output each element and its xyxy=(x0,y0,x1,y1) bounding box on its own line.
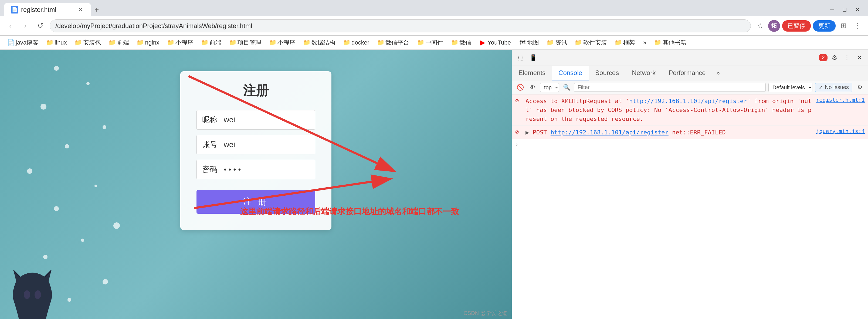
bookmarks-bar: 📄 java博客 📁 linux 📁 安装包 📁 前端 📁 nginx 📁 小程… xyxy=(0,36,868,50)
bookmark-star-icon[interactable]: ☆ xyxy=(754,20,766,32)
devtools-toolbar: ⬚ 📱 2 ⚙ ⋮ ✕ xyxy=(512,50,868,66)
bookmark-item-miniprogram[interactable]: 📁 小程序 xyxy=(164,37,196,48)
devtools-tabs: Elements Console Sources Network Perform… xyxy=(512,66,868,81)
bookmark-item-framework[interactable]: 📁 框架 xyxy=(612,37,638,48)
bookmark-item-frontend2[interactable]: 📁 前端 xyxy=(198,37,224,48)
browser-topbar: 📄 register.html ✕ + ─ □ ✕ xyxy=(0,0,868,16)
account-field[interactable]: 账号 wei xyxy=(196,135,315,154)
console-message-2: ⊘ ▶ POST http://192.168.1.101/api/regist… xyxy=(512,126,868,139)
bookmark-folder-icon: 📁 xyxy=(167,39,174,46)
close-window-button[interactable]: ✕ xyxy=(851,5,864,15)
console-message-1: ⊘ Access to XMLHttpRequest at 'http://19… xyxy=(512,94,868,126)
console-content: ⊘ Access to XMLHttpRequest at 'http://19… xyxy=(512,94,868,319)
console-level-select[interactable]: Default levels xyxy=(768,83,812,92)
address-input[interactable] xyxy=(50,20,751,32)
bookmark-folder-icon: 📁 xyxy=(75,39,82,46)
bookmark-label: 微信平台 xyxy=(385,39,409,47)
console-eye-icon[interactable]: 👁 xyxy=(528,83,537,92)
bookmark-label: docker xyxy=(351,39,369,46)
back-button[interactable]: ‹ xyxy=(4,20,16,32)
bookmark-item-wechat[interactable]: 📁 微信 xyxy=(448,37,474,48)
bookmark-item-wechat-platform[interactable]: 📁 微信平台 xyxy=(374,37,412,48)
bookmark-item-linux[interactable]: 📁 linux xyxy=(43,38,70,47)
nickname-value: wei xyxy=(224,116,310,124)
tab-network[interactable]: Network xyxy=(625,66,662,81)
console-filter-icon[interactable]: 🔍 xyxy=(562,83,571,92)
page-content: 注册 昵称 wei 账号 wei 密码 •••• 注 册 xyxy=(0,50,512,319)
password-label: 密码 xyxy=(202,164,218,174)
toolbar-icons: ☆ 拓 已暂停 更新 ⊞ ⋮ xyxy=(754,20,864,32)
console-expand-row[interactable]: › xyxy=(512,139,868,149)
tab-elements[interactable]: Elements xyxy=(512,66,552,81)
bookmark-item-more[interactable]: » xyxy=(640,38,650,47)
address-bar-row: ‹ › ↺ ☆ 拓 已暂停 更新 ⊞ ⋮ xyxy=(0,16,868,36)
cat-silhouette xyxy=(11,265,54,319)
account-label: 账号 xyxy=(202,139,218,150)
bookmark-item-info[interactable]: 📁 资讯 xyxy=(544,37,570,48)
bookmark-label: 项目管理 xyxy=(238,39,261,47)
bookmark-folder-icon: 📁 xyxy=(343,39,350,46)
bookmark-item-datastruct[interactable]: 📁 数据结构 xyxy=(300,37,338,48)
console-filter-input[interactable] xyxy=(574,83,766,92)
password-field[interactable]: 密码 •••• xyxy=(196,160,315,179)
tab-performance[interactable]: Performance xyxy=(662,66,712,81)
error-icon-2: ⊘ xyxy=(515,128,523,135)
bookmark-item-java-blog[interactable]: 📄 java博客 xyxy=(4,37,41,48)
extensions-icon[interactable]: ⊞ xyxy=(838,20,850,32)
bookmark-item-miniprogram2[interactable]: 📁 小程序 xyxy=(266,37,299,48)
bookmark-label: 中间件 xyxy=(425,39,443,47)
csdn-watermark: CSDN @学爱之道 xyxy=(463,310,507,317)
new-tab-button[interactable]: + xyxy=(91,3,102,16)
bookmark-item-youtube[interactable]: ▶ YouTube xyxy=(476,38,514,47)
devtools-more-icon[interactable]: ⋮ xyxy=(842,52,852,63)
console-settings-icon[interactable]: ⚙ xyxy=(855,83,865,92)
console-clear-icon[interactable]: 🚫 xyxy=(515,83,525,92)
console-file-2[interactable]: jquery.min.js:4 xyxy=(816,128,865,134)
bookmark-folder-icon: 📁 xyxy=(654,39,661,46)
forward-button[interactable]: › xyxy=(20,20,31,32)
window-controls: ─ □ ✕ xyxy=(826,5,864,15)
bookmark-item-projectmgmt[interactable]: 📁 项目管理 xyxy=(226,37,265,48)
main-area: 注册 昵称 wei 账号 wei 密码 •••• 注 册 xyxy=(0,50,868,319)
error-icon-1: ⊘ xyxy=(515,97,523,104)
bookmark-folder-icon: 📁 xyxy=(451,39,458,46)
minimize-button[interactable]: ─ xyxy=(826,5,838,15)
no-issues-badge: ✓ No Issues xyxy=(815,83,852,92)
bookmark-label: 其他书籍 xyxy=(662,39,686,47)
console-link-2[interactable]: http://192.168.1.101/api/register xyxy=(551,129,669,136)
bookmark-item-software[interactable]: 📁 软件安装 xyxy=(572,37,610,48)
maximize-button[interactable]: □ xyxy=(839,5,850,15)
bookmark-folder-icon: 📁 xyxy=(137,39,144,46)
bookmark-item-docker[interactable]: 📁 docker xyxy=(340,38,372,47)
devtools-close-button[interactable]: ✕ xyxy=(854,52,865,63)
settings-icon[interactable]: ⋮ xyxy=(852,20,864,32)
tab-console[interactable]: Console xyxy=(552,66,589,81)
bookmark-item-frontend[interactable]: 📁 前端 xyxy=(106,37,132,48)
bookmark-label: 微信 xyxy=(459,39,471,47)
bookmark-item-map[interactable]: 🗺 地图 xyxy=(516,37,542,48)
devtools-tabs-more[interactable]: » xyxy=(712,66,724,80)
tab-close-button[interactable]: ✕ xyxy=(76,6,84,13)
bookmark-item-nginx[interactable]: 📁 nginx xyxy=(134,38,163,47)
nickname-field[interactable]: 昵称 wei xyxy=(196,110,315,130)
bookmark-icon: 📄 xyxy=(7,39,14,46)
bookmark-label: 数据结构 xyxy=(311,39,335,47)
profile-icon[interactable]: 拓 xyxy=(768,20,780,32)
console-context-select[interactable]: top xyxy=(540,83,559,92)
console-link-1[interactable]: http://192.168.1.101/api/register xyxy=(629,98,747,104)
bookmark-item-middleware[interactable]: 📁 中间件 xyxy=(414,37,446,48)
tab-favicon: 📄 xyxy=(11,6,18,13)
tab-sources[interactable]: Sources xyxy=(589,66,625,81)
paused-button[interactable]: 已暂停 xyxy=(782,20,811,32)
bookmark-item-otherbooks[interactable]: 📁 其他书籍 xyxy=(651,37,690,48)
update-label: 更新 xyxy=(818,22,830,29)
page-background: 注册 昵称 wei 账号 wei 密码 •••• 注 册 xyxy=(0,50,512,319)
devtools-device-icon[interactable]: 📱 xyxy=(528,52,538,63)
console-file-1[interactable]: register.html:1 xyxy=(816,97,865,103)
devtools-inspect-icon[interactable]: ⬚ xyxy=(515,52,526,63)
bookmark-item-install[interactable]: 📁 安装包 xyxy=(72,37,104,48)
devtools-settings-icon[interactable]: ⚙ xyxy=(829,52,840,63)
active-tab[interactable]: 📄 register.html ✕ xyxy=(4,3,91,16)
reload-button[interactable]: ↺ xyxy=(35,20,46,32)
update-button[interactable]: 更新 xyxy=(813,20,836,32)
